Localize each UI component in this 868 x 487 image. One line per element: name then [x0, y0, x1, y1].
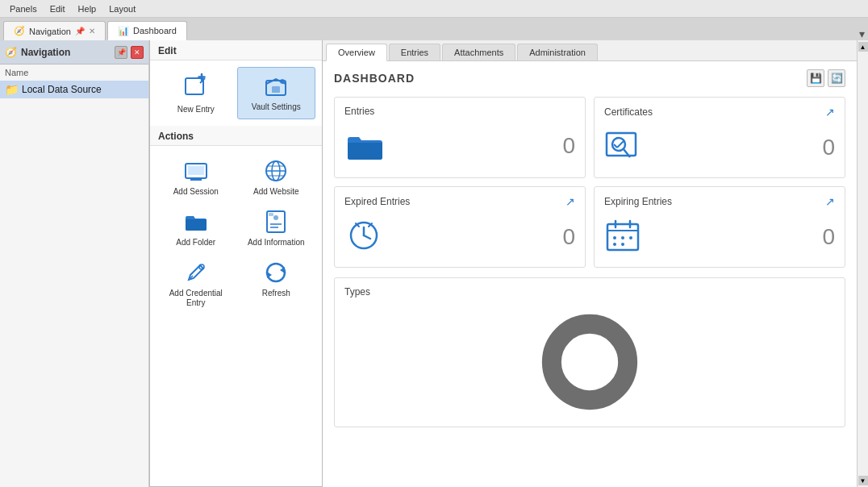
certificates-card-header: Certificates ↗: [604, 106, 835, 119]
donut-chart: [541, 314, 638, 410]
tab-bar-dropdown-icon[interactable]: ▾: [859, 27, 865, 40]
svg-point-45: [565, 338, 614, 386]
top-bar: Panels Edit Help Layout: [0, 0, 868, 18]
add-folder-icon: [182, 208, 210, 238]
certificates-external-link[interactable]: ↗: [825, 106, 835, 119]
nav-pin-button[interactable]: 📌: [115, 46, 127, 59]
dashboard-header: DASHBOARD 💾 🔄: [334, 69, 845, 87]
tab-navigation[interactable]: 🧭 Navigation 📌 ✕: [3, 21, 106, 40]
add-session-icon: [182, 157, 210, 187]
add-website-icon: [262, 157, 290, 187]
add-folder-button[interactable]: Add Folder: [156, 203, 236, 252]
nav-controls: 📌 ✕: [115, 46, 144, 59]
tab-bar: 🧭 Navigation 📌 ✕ 📊 Dashboard ▾: [0, 18, 868, 40]
scrollbar-up[interactable]: ▲: [858, 42, 868, 52]
dashboard-tab-icon: 📊: [118, 26, 129, 36]
add-session-button[interactable]: Add Session: [156, 152, 236, 202]
navigation-panel: 🧭 Navigation 📌 ✕ Name 📁 Local Data Sourc…: [0, 40, 149, 487]
nav-close-button[interactable]: ✕: [131, 46, 144, 59]
top-bar-edit[interactable]: Edit: [44, 4, 72, 14]
entries-card-header: Entries: [344, 106, 575, 117]
vault-settings-icon: [262, 73, 290, 102]
add-information-icon: [262, 208, 290, 238]
svg-rect-8: [188, 166, 204, 175]
expiring-entries-card-body: 0: [604, 214, 835, 259]
content-tabs: Overview Entries Attachments Administrat…: [323, 40, 857, 61]
expired-entries-card-body: 0: [344, 214, 575, 259]
entries-card-body: 0: [344, 123, 575, 168]
main-area: 🧭 Navigation 📌 ✕ Name 📁 Local Data Sourc…: [0, 40, 868, 487]
entries-card: Entries 0: [334, 97, 586, 178]
new-entry-icon: [182, 72, 210, 105]
svg-point-6: [280, 79, 285, 84]
nav-title-icon: 🧭: [5, 47, 17, 58]
certificates-card-icon: [604, 128, 643, 166]
add-credential-button[interactable]: Add Credential Entry: [156, 254, 236, 313]
svg-line-29: [617, 141, 624, 148]
entries-card-icon: [344, 127, 383, 164]
content-area: Overview Entries Attachments Administrat…: [323, 40, 857, 487]
svg-rect-5: [272, 86, 280, 93]
svg-line-32: [364, 235, 370, 239]
nav-header: 🧭 Navigation 📌 ✕: [0, 40, 148, 65]
certificates-card-body: 0: [604, 125, 835, 169]
tab-entries[interactable]: Entries: [389, 44, 440, 60]
close-icon[interactable]: ✕: [89, 27, 95, 35]
stats-grid: Entries 0 Cert: [334, 97, 845, 268]
top-bar-panels[interactable]: Panels: [3, 4, 44, 14]
navigation-icon: 🧭: [14, 26, 25, 36]
svg-point-17: [273, 215, 278, 220]
svg-point-42: [613, 243, 616, 246]
nav-title: 🧭 Navigation: [5, 47, 70, 58]
tab-administration[interactable]: Administration: [517, 44, 598, 60]
expired-entries-card-header: Expired Entries ↗: [344, 195, 575, 208]
top-bar-help[interactable]: Help: [72, 4, 103, 14]
add-information-button[interactable]: Add Information: [237, 203, 316, 252]
actions-section-header: Actions: [150, 126, 322, 146]
expiring-entries-external-link[interactable]: ↗: [825, 195, 835, 208]
expiring-entries-card: Expiring Entries ↗: [594, 186, 845, 268]
dashboard-save-button[interactable]: 💾: [807, 69, 824, 87]
expired-entries-card: Expired Entries ↗: [334, 186, 586, 268]
expiring-entries-card-header: Expiring Entries ↗: [604, 195, 835, 208]
expiring-entries-card-icon: [604, 218, 643, 256]
svg-rect-0: [186, 78, 203, 94]
dashboard-refresh-button[interactable]: 🔄: [828, 69, 845, 87]
expired-entries-card-icon: [344, 218, 383, 256]
tab-overview[interactable]: Overview: [326, 44, 387, 61]
new-entry-button[interactable]: New Entry: [156, 67, 236, 119]
add-website-button[interactable]: Add Website: [237, 152, 316, 202]
dashboard-actions: 💾 🔄: [807, 69, 845, 87]
dashboard-title: DASHBOARD: [334, 72, 415, 85]
edit-section-header: Edit: [150, 40, 322, 60]
types-title: Types: [344, 286, 835, 298]
nav-name-label: Name: [0, 65, 148, 81]
scrollbar-down[interactable]: ▼: [858, 476, 868, 485]
refresh-button[interactable]: Refresh: [237, 254, 316, 313]
top-bar-layout[interactable]: Layout: [102, 4, 142, 14]
pin-icon[interactable]: 📌: [75, 27, 85, 35]
context-panel: Edit New Entry: [149, 40, 323, 487]
tab-attachments[interactable]: Attachments: [442, 44, 515, 60]
svg-point-39: [613, 236, 616, 239]
right-scrollbar[interactable]: ▲ ▼: [857, 40, 868, 487]
types-section: Types: [334, 277, 845, 427]
refresh-icon: [262, 259, 290, 289]
vault-settings-button[interactable]: Vault Settings: [237, 67, 316, 119]
dashboard-content: DASHBOARD 💾 🔄 Entries: [323, 61, 857, 487]
nav-tree-item-local-data-source[interactable]: 📁 Local Data Source: [0, 81, 148, 98]
certificates-card: Certificates ↗: [594, 97, 845, 178]
add-credential-icon: [182, 259, 210, 289]
folder-icon: 📁: [5, 83, 19, 96]
edit-action-grid: New Entry Vault Settings: [150, 60, 322, 126]
actions-action-grid: Add Session Add Website: [150, 146, 322, 319]
svg-rect-20: [269, 213, 273, 216]
donut-chart-container: [344, 306, 835, 418]
tab-dashboard[interactable]: 📊 Dashboard: [107, 21, 187, 40]
svg-point-41: [629, 236, 632, 239]
svg-point-43: [621, 243, 624, 246]
expired-entries-external-link[interactable]: ↗: [565, 195, 575, 208]
svg-point-40: [621, 236, 624, 239]
